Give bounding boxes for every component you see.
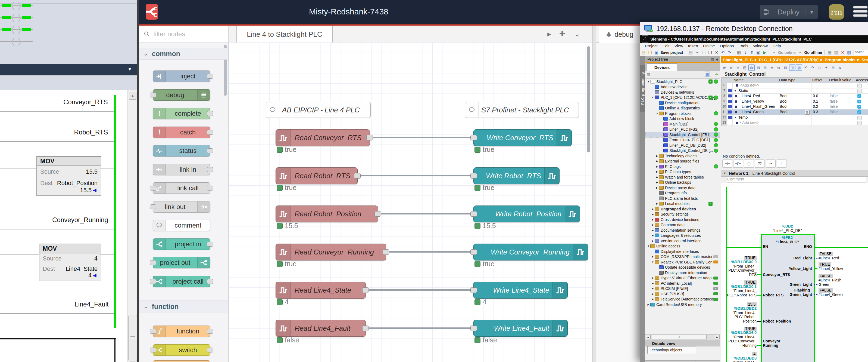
tree-item-realtek-pcie-gbe-family-con-[interactable]: ▼Realtek PCIe GBE Family Con... <box>645 259 720 265</box>
ladder-navy-bar[interactable]: ▼ <box>0 64 137 75</box>
tree-item-usb-s7usb-[interactable]: ▶USB [S7USB] <box>645 291 720 297</box>
fbd-output-operand[interactable]: TRUE#Line4_Yellow <box>818 262 859 271</box>
tree-item-program-blocks[interactable]: ▼Program blocks <box>645 111 720 116</box>
rdp-titlebar[interactable]: 192.168.0.137 - Remote Desktop Connectio… <box>640 22 868 36</box>
breadcrumb[interactable]: Stacklight_PLC▶PLC_1 [CPU 1212C AC/DC/Rl… <box>721 56 868 63</box>
node-port-in[interactable] <box>470 211 477 217</box>
coil-energized[interactable] <box>0 24 33 36</box>
column-header-data-type[interactable]: Data type <box>779 78 811 83</box>
paste-icon[interactable]: ❏ <box>707 50 713 56</box>
expander-closed-icon[interactable]: ▶ <box>655 165 659 168</box>
deploy-caret-icon[interactable]: ▼ <box>806 9 818 15</box>
diagnostics-icon[interactable]: ▦ <box>827 50 833 56</box>
node-port-out[interactable] <box>207 242 213 247</box>
flow-tab[interactable]: Line 4 to Stacklight PLC <box>237 26 333 43</box>
breadcrumb-item[interactable]: Stacklight_Co <box>862 57 868 62</box>
fbd-output-operand[interactable]: FALSE#Line4_Flash_Green <box>818 274 859 287</box>
lad-favorite-icon[interactable]: ⊣/⊢ <box>733 160 743 168</box>
tree-item-display-more-information[interactable]: Display more information <box>645 270 720 275</box>
tree-item-device-proxy-data[interactable]: ▶Device proxy data <box>645 185 720 191</box>
editor-tool-icon[interactable]: ↷ <box>810 64 816 71</box>
node-port-in[interactable] <box>150 279 156 284</box>
tree-item-teleservice-automatic-protoco-[interactable]: ▶TeleService [Automatic protoco... <box>645 297 720 302</box>
search-input[interactable]: <Sear <box>854 50 868 55</box>
tree-item-security-settings[interactable]: ▶Security settings <box>645 212 720 217</box>
main-menu-icon[interactable] <box>853 6 867 19</box>
table-row-line4-red[interactable]: 8Line4_RedBool0.0false✓ <box>721 93 868 99</box>
table-row-line4-flash-green[interactable]: 10Line4_Flash_GreenBool0.2false✓ <box>721 104 868 110</box>
expander-closed-icon[interactable]: ▶ <box>651 255 654 258</box>
deploy-button[interactable]: Deploy ▼ <box>760 5 818 19</box>
window-split-icon[interactable]: ▥ <box>833 50 839 56</box>
lad-favorite-icon[interactable]: ?? <box>755 160 765 168</box>
node-port-in[interactable] <box>470 173 477 178</box>
editor-tool-icon[interactable]: ⊕ <box>721 64 727 71</box>
menu-project[interactable]: Project <box>645 44 658 48</box>
lad-favorite-icon[interactable]: ( ) <box>744 160 754 168</box>
expander-closed-icon[interactable]: ▶ <box>647 303 650 306</box>
network-collapse-icon[interactable]: ▼ <box>723 172 726 175</box>
menu-help[interactable]: Help <box>773 44 781 48</box>
palette-filter-input[interactable] <box>153 30 219 38</box>
column-header-default-value[interactable]: Default value <box>829 78 855 83</box>
expander-closed-icon[interactable]: ▶ <box>651 293 654 295</box>
flow-read-node[interactable]: Read Conveyor_Running <box>276 244 386 260</box>
expander-closed-icon[interactable]: ▶ <box>651 229 654 232</box>
tree-item-pc-internal-local-[interactable]: ▶PC internal [Local] <box>645 281 720 286</box>
save-icon[interactable]: ▣ <box>654 50 659 56</box>
tree-item-languages-resources[interactable]: ▶Languages & resources <box>645 233 720 239</box>
palette-search[interactable] <box>139 26 228 43</box>
expander-closed-icon[interactable]: ▶ <box>651 298 654 301</box>
scroll-right-icon[interactable]: ▶ <box>715 335 720 339</box>
tree-item-com-rs232-ppi-multi-master-c-[interactable]: ▶COM [RS232/PPI multi-master c...? <box>645 254 720 260</box>
editor-tool-icon[interactable]: ▤ <box>742 64 748 71</box>
node-port-in[interactable] <box>470 249 477 255</box>
tree-item-common-data[interactable]: ▶Common data <box>645 222 720 228</box>
palette-category-common[interactable]: ⌄common <box>139 48 228 60</box>
tab-technology-objects[interactable]: Technology objects <box>647 346 696 354</box>
expander-open-icon[interactable]: ▼ <box>651 96 654 99</box>
column-header-accessible-f[interactable]: Accessible f <box>856 78 868 83</box>
delete-icon[interactable]: ✕ <box>714 50 719 56</box>
palette-node-function[interactable]: ffunction <box>153 326 210 337</box>
expander-closed-icon[interactable]: ▶ <box>655 160 659 163</box>
editor-tool-icon[interactable]: ⊗ <box>728 64 734 71</box>
expander-closed-icon[interactable]: ▶ <box>651 240 654 242</box>
download-icon[interactable]: ⇓ <box>742 50 748 56</box>
go-online-button[interactable]: Go online <box>778 50 796 55</box>
debug-tab[interactable]: debug <box>599 26 640 43</box>
new-project-icon[interactable]: ▤ <box>641 50 647 56</box>
comment-node[interactable]: S7 Profinet - Stacklight PLC <box>465 102 579 118</box>
palette-node-link-in[interactable]: link in <box>153 164 210 175</box>
tree-item-external-source-files[interactable]: ▶External source files <box>645 159 720 164</box>
tree-item-program-info[interactable]: Program info <box>645 191 720 196</box>
tree-item-plc-alarm-text-lists[interactable]: PLC alarm text lists <box>645 196 720 201</box>
tree-item-stacklight-control-fb1-[interactable]: Stacklight_Control [FB1] <box>645 132 720 137</box>
node-port-out[interactable] <box>207 111 213 116</box>
layout-icon[interactable]: ▥ <box>846 50 852 56</box>
node-port-out[interactable] <box>207 186 213 191</box>
flow-write-node[interactable]: Write Line4_State <box>473 282 568 299</box>
coil-energized[interactable] <box>0 0 33 12</box>
column-header-name[interactable]: Name <box>734 78 778 83</box>
table-row-static[interactable]: 7▼Static <box>721 88 868 94</box>
tree-item-version-control-interface[interactable]: ▶Version control interface <box>645 238 720 244</box>
expander-closed-icon[interactable]: ▶ <box>651 223 654 226</box>
editor-tool-icon[interactable]: ⇆ <box>776 64 782 71</box>
upload-icon[interactable]: ⇑ <box>749 50 755 56</box>
datatype-picker-button[interactable]: ▥ <box>805 110 810 115</box>
tree-config-icon[interactable]: ▦ <box>647 72 650 76</box>
tree-item-ungrouped-devices[interactable]: ▶Ungrouped devices <box>645 206 720 212</box>
tree-item-display-hide-interfaces[interactable]: Display/hide interfaces <box>645 249 720 254</box>
tab-plc-programming[interactable]: PLC programming <box>640 65 645 112</box>
editor-tool-icon[interactable]: ◍ <box>748 64 755 71</box>
flow-write-node[interactable]: Write Conveyor_Running <box>473 244 588 260</box>
fbd-input-operand[interactable]: 15.5%DB1.DBD2"From_Line4_PLC".Robot_Posi… <box>723 302 756 324</box>
undo-icon[interactable]: ↶ <box>720 50 726 56</box>
expander-open-icon[interactable]: ▼ <box>734 116 737 119</box>
table-row-line4-green[interactable]: 11Line4_GreenBool▥0.3false✓ <box>721 109 868 115</box>
palette-node-complete[interactable]: !complete <box>153 108 210 119</box>
table-row--add-new-[interactable]: 6<Add new> <box>721 83 868 88</box>
tree-item-from-line4-plc-db1-[interactable]: From_Line4_PLC [DB1] <box>645 137 720 143</box>
editor-tool-icon[interactable]: ≋ <box>837 64 843 71</box>
